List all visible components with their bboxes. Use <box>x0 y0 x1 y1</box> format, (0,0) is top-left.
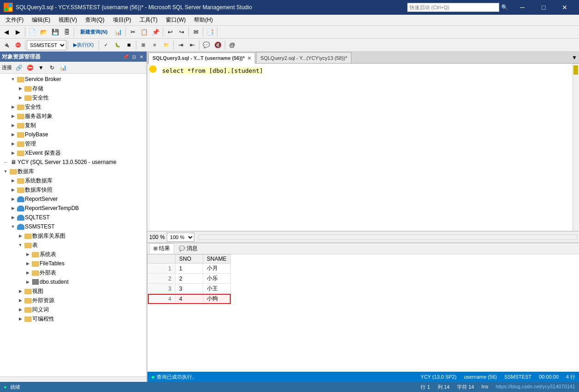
tree-toggle[interactable]: ▶ <box>9 186 17 193</box>
tree-item[interactable]: ▶外部表 <box>0 268 146 277</box>
oe-pin-btn[interactable]: 📌 <box>122 54 130 60</box>
menu-edit[interactable]: 编辑(E) <box>28 15 54 25</box>
save-all-icon[interactable]: 🗄 <box>61 27 72 38</box>
connect-icon[interactable]: 🔌 <box>1 40 12 51</box>
data-grid[interactable]: SNO SNAME 11小月22小乐33小王44小狗 <box>147 254 579 372</box>
tree-toggle[interactable]: ▼ <box>2 168 9 175</box>
tree-item[interactable]: ▼SSMSTEST <box>0 222 146 231</box>
save-icon[interactable]: 💾 <box>50 27 61 38</box>
tree-item[interactable]: ▶ReportServerTempDB <box>0 204 146 213</box>
back-btn[interactable]: ◀ <box>1 27 12 38</box>
forward-btn[interactable]: ▶ <box>12 27 23 38</box>
tree-item[interactable]: ▶数据库关系图 <box>0 231 146 240</box>
maximize-button[interactable]: □ <box>533 0 554 15</box>
tree-item[interactable]: ▶数据库快照 <box>0 185 146 194</box>
tree-toggle[interactable]: ▶ <box>9 149 17 157</box>
tree-toggle[interactable]: ▶ <box>9 177 17 184</box>
execute-btn[interactable]: ▶ 执行(X) <box>70 40 97 51</box>
tree-item[interactable]: ▶SQLTEST <box>0 213 146 222</box>
comment-icon[interactable]: 💬 <box>201 40 212 51</box>
tree-item[interactable]: ▶同义词 <box>0 305 146 314</box>
tree-item[interactable]: ▶FileTables <box>0 259 146 268</box>
extra-icon[interactable]: @ <box>227 40 238 51</box>
tab-sqlquery3[interactable]: SQLQuery3.sql - Y...T (username (56))* ✕ <box>148 53 255 64</box>
tree-toggle[interactable]: ▼ <box>9 76 17 83</box>
open-icon[interactable]: 📂 <box>38 27 49 38</box>
tree-item[interactable]: ▶服务器对象 <box>0 111 146 121</box>
editor-area[interactable]: select *from [dbo].[student] <box>147 64 579 232</box>
tree-toggle[interactable]: ▶ <box>24 278 31 286</box>
grid-icon[interactable]: ⊞ <box>138 40 149 51</box>
tab-dropdown-btn[interactable]: ▼ <box>570 52 579 63</box>
menu-window[interactable]: 窗口(W) <box>162 15 189 25</box>
editor-hscrollbar[interactable] <box>198 234 577 240</box>
indent-icon[interactable]: ⇥ <box>175 40 186 51</box>
outdent-icon[interactable]: ⇤ <box>187 40 198 51</box>
tree-item[interactable]: ▶外部资源 <box>0 296 146 305</box>
oe-refresh-icon[interactable]: 🔗 <box>14 63 24 73</box>
redo-icon[interactable]: ↪ <box>176 27 187 38</box>
quick-launch[interactable]: 🔍 <box>407 3 508 12</box>
debug-icon[interactable]: 🐛 <box>112 40 123 51</box>
oe-tree[interactable]: ▼Service Broker▶存储▶安全性▶安全性▶服务器对象▶复制▶Poly… <box>0 74 146 376</box>
close-button[interactable]: ✕ <box>554 0 575 15</box>
zoom-select[interactable]: 100 % <box>167 233 194 242</box>
tree-item[interactable]: ▶可编程性 <box>0 314 146 323</box>
editor-vscrollbar[interactable] <box>573 64 579 231</box>
oe-dock-btn[interactable]: ⊡ <box>131 54 137 60</box>
tree-toggle[interactable]: ▶ <box>24 269 31 276</box>
tree-toggle[interactable]: ▶ <box>17 94 24 101</box>
tree-toggle[interactable]: ▶ <box>9 103 17 111</box>
results-tab-grid[interactable]: ⊞ 结果 <box>149 243 174 254</box>
tree-item[interactable]: ▼表 <box>0 240 146 250</box>
minimize-button[interactable]: ─ <box>512 0 533 15</box>
db-select[interactable]: SSMSTEST <box>27 40 66 50</box>
tree-item[interactable]: ─🖥YCY (SQL Server 13.0.5026 - username <box>0 158 146 167</box>
oe-activity-icon[interactable]: 📊 <box>58 63 68 73</box>
quick-launch-input[interactable] <box>407 3 499 12</box>
oe-disconnect-icon[interactable]: ⛔ <box>25 63 35 73</box>
tree-item[interactable]: ▶PolyBase <box>0 130 146 139</box>
editor-content[interactable]: select *from [dbo].[student] <box>151 65 575 74</box>
oe-connect-btn[interactable]: 连接 <box>2 64 12 71</box>
tree-item[interactable]: ▶XEvent 探查器 <box>0 148 146 158</box>
tree-item[interactable]: ▶安全性 <box>0 102 146 111</box>
text-icon[interactable]: ≡ <box>149 40 160 51</box>
cut-icon[interactable]: ✂ <box>127 27 138 38</box>
table-row[interactable]: 22小乐 <box>148 274 231 284</box>
tab-sqlquery3-close[interactable]: ✕ <box>247 56 251 61</box>
tree-item[interactable]: ▼Service Broker <box>0 75 146 84</box>
menu-query[interactable]: 查询(Q) <box>82 15 108 25</box>
tree-item[interactable]: ▶安全性 <box>0 93 146 102</box>
menu-tools[interactable]: 工具(T) <box>136 15 161 25</box>
tree-toggle[interactable]: ▶ <box>17 306 24 313</box>
disconnect-icon[interactable]: ⛔ <box>12 40 23 51</box>
editor-vscroll-thumb[interactable] <box>573 65 578 75</box>
tree-toggle[interactable]: ▶ <box>9 205 17 212</box>
new-query-btn[interactable]: 新建查询(N) <box>76 27 112 38</box>
table-row[interactable]: 44小狗 <box>148 294 231 304</box>
paste-icon[interactable]: 📌 <box>150 27 161 38</box>
menu-view[interactable]: 视图(V) <box>55 15 81 25</box>
new-query-icon[interactable]: 📄 <box>27 27 38 38</box>
tab-sqlquery2[interactable]: SQLQuery2.sql - Y...(YCY\ycy13 (58))* <box>256 52 351 63</box>
tree-toggle[interactable]: ▶ <box>9 195 17 203</box>
tree-item[interactable]: ▶存储 <box>0 84 146 93</box>
tree-item[interactable]: ▶管理 <box>0 139 146 148</box>
tree-toggle[interactable]: ▶ <box>9 140 17 147</box>
tree-toggle[interactable]: ▼ <box>9 223 17 230</box>
tree-item[interactable]: ▶dbo.student <box>0 277 146 287</box>
tree-toggle[interactable]: ▶ <box>17 297 24 304</box>
tree-item[interactable]: ▶视图 <box>0 287 146 296</box>
stop-icon[interactable]: ⏹ <box>123 40 135 51</box>
uncomment-icon[interactable]: 🔇 <box>212 40 223 51</box>
tree-toggle[interactable]: ▶ <box>17 315 24 322</box>
file-icon[interactable]: 📁 <box>161 40 172 51</box>
tree-item[interactable]: ▶ReportServer <box>0 194 146 204</box>
menu-help[interactable]: 帮助(H) <box>190 15 216 25</box>
oe-close-btn[interactable]: ✕ <box>138 54 145 60</box>
undo-icon[interactable]: ↩ <box>164 27 175 38</box>
oe-filter-icon[interactable]: ▼ <box>36 63 46 73</box>
tree-item[interactable]: ▼数据库 <box>0 167 146 176</box>
activity-monitor[interactable]: 📊 <box>113 27 124 38</box>
